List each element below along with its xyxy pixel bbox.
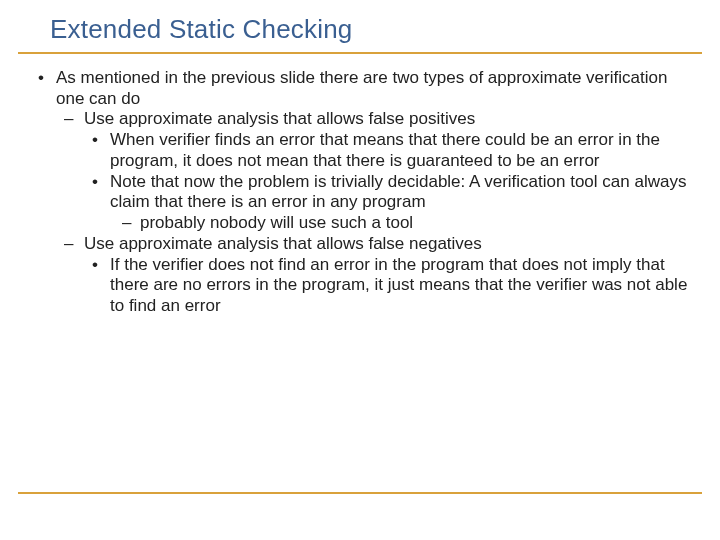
slide-title: Extended Static Checking	[50, 14, 690, 45]
bullet-text: When verifier finds an error that means …	[110, 130, 660, 170]
bullet-text: Use approximate analysis that allows fal…	[84, 234, 482, 253]
list-item: Note that now the problem is trivially d…	[84, 172, 690, 234]
list-item: When verifier finds an error that means …	[84, 130, 690, 171]
list-item: probably nobody will use such a tool	[110, 213, 690, 234]
list-item: As mentioned in the previous slide there…	[34, 68, 690, 317]
level4-list: probably nobody will use such a tool	[110, 213, 690, 234]
bullet-text: Use approximate analysis that allows fal…	[84, 109, 475, 128]
list-item: Use approximate analysis that allows fal…	[56, 109, 690, 233]
bullet-text: probably nobody will use such a tool	[140, 213, 413, 232]
level2-list: Use approximate analysis that allows fal…	[56, 109, 690, 316]
slide-body: As mentioned in the previous slide there…	[34, 68, 690, 317]
level3-list: If the verifier does not find an error i…	[84, 255, 690, 317]
divider-top	[18, 52, 702, 54]
bullet-text: Note that now the problem is trivially d…	[110, 172, 686, 212]
level1-list: As mentioned in the previous slide there…	[34, 68, 690, 317]
divider-bottom	[18, 492, 702, 494]
slide: Extended Static Checking As mentioned in…	[0, 0, 720, 540]
bullet-text: As mentioned in the previous slide there…	[56, 68, 667, 108]
bullet-text: If the verifier does not find an error i…	[110, 255, 687, 315]
list-item: If the verifier does not find an error i…	[84, 255, 690, 317]
level3-list: When verifier finds an error that means …	[84, 130, 690, 234]
list-item: Use approximate analysis that allows fal…	[56, 234, 690, 317]
